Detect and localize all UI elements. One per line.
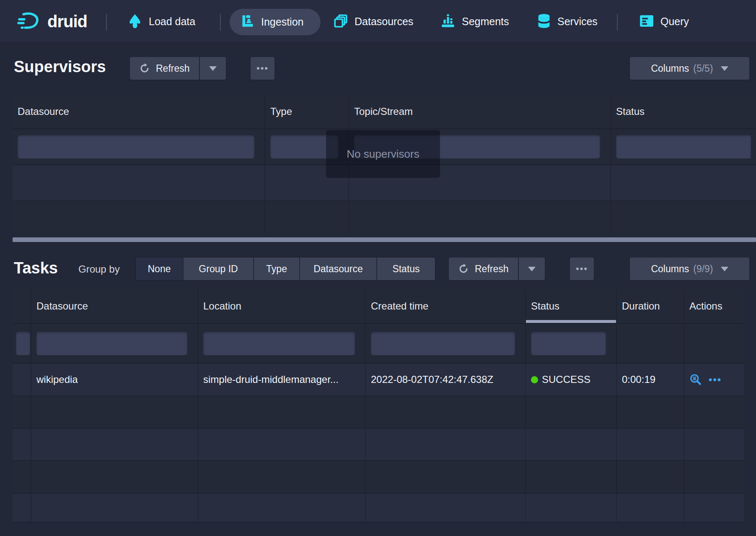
tasks-filter-row	[13, 324, 744, 364]
task-created-time: 2022-08-02T07:42:47.638Z	[371, 374, 493, 385]
task-datasource: wikipedia	[36, 374, 78, 385]
refresh-label: Refresh	[475, 263, 509, 275]
columns-count: (9/9)	[693, 263, 713, 275]
tasks-header-location[interactable]: Location	[198, 289, 366, 323]
table-row-empty	[13, 494, 744, 523]
nav-item-label: Query	[660, 16, 689, 28]
group-by-option-none[interactable]: None	[136, 258, 184, 280]
tasks-header-duration[interactable]: Duration	[617, 289, 684, 323]
top-nav: druid Load data Ingestio	[0, 0, 756, 43]
nav-item-services[interactable]: Services	[537, 0, 598, 43]
task-status: SUCCESS	[542, 374, 590, 385]
more-icon: •••	[576, 263, 588, 274]
tasks-columns-button[interactable]: Columns (9/9)	[630, 258, 749, 280]
supervisors-header-datasource[interactable]: Datasource	[13, 95, 265, 128]
nav-divider	[220, 14, 221, 31]
tasks-filter-status[interactable]	[531, 332, 606, 355]
chevron-down-icon	[721, 267, 728, 271]
tasks-filter-datasource[interactable]	[36, 332, 187, 355]
task-row-more-icon[interactable]: •••	[709, 374, 722, 385]
tasks-filter-created-time[interactable]	[371, 332, 515, 355]
nav-item-label: Services	[557, 16, 598, 28]
druid-console: druid Load data Ingestio	[0, 0, 756, 536]
supervisors-title: Supervisors	[14, 58, 106, 76]
tasks-header-datasource[interactable]: Datasource	[31, 289, 198, 323]
supervisors-refresh-button[interactable]: Refresh	[130, 57, 199, 80]
table-row[interactable]: wikipedia simple-druid-middlemanager... …	[13, 364, 744, 396]
group-by-segmented-control: None Group ID Type Datasource Status	[136, 258, 435, 280]
task-duration: 0:00:19	[622, 374, 655, 385]
supervisors-horizontal-scrollbar[interactable]	[13, 237, 756, 242]
supervisors-filter-datasource[interactable]	[18, 135, 254, 159]
tasks-refresh-button[interactable]: Refresh	[449, 258, 518, 280]
nav-item-ingestion[interactable]: Ingestion	[230, 9, 321, 35]
nav-item-query[interactable]: Query	[639, 0, 689, 43]
services-icon	[537, 13, 551, 31]
chevron-down-icon	[721, 66, 728, 71]
group-by-label: Group by	[78, 263, 120, 275]
supervisors-header-type[interactable]: Type	[265, 95, 349, 128]
datasources-icon	[333, 13, 348, 30]
group-by-option-type[interactable]: Type	[254, 258, 300, 280]
table-row-empty	[13, 461, 744, 494]
table-row-empty	[13, 396, 744, 429]
nav-item-segments[interactable]: Segments	[440, 0, 509, 43]
nav-divider	[617, 14, 618, 31]
nav-divider	[106, 14, 107, 31]
load-data-icon	[127, 13, 142, 30]
supervisors-table: Datasource Type Topic/Stream Status No s…	[13, 95, 756, 233]
druid-logo-text: druid	[47, 12, 87, 31]
sort-indicator	[526, 320, 616, 323]
query-icon	[639, 14, 654, 29]
nav-item-datasources[interactable]: Datasources	[333, 0, 413, 43]
more-icon: •••	[256, 63, 269, 74]
tasks-header-status[interactable]: Status	[526, 289, 617, 323]
columns-count: (5/5)	[693, 63, 713, 74]
refresh-label: Refresh	[156, 63, 190, 74]
group-by-option-group-id[interactable]: Group ID	[184, 258, 254, 280]
columns-label: Columns	[651, 263, 689, 275]
supervisors-header-status[interactable]: Status	[611, 95, 756, 128]
supervisors-refresh-split-button: Refresh	[130, 57, 226, 80]
columns-label: Columns	[651, 63, 689, 74]
nav-item-label: Ingestion	[261, 16, 303, 28]
ingestion-icon	[240, 14, 255, 30]
group-by-option-status[interactable]: Status	[377, 258, 435, 280]
refresh-icon	[458, 263, 469, 274]
supervisors-more-button[interactable]: •••	[251, 57, 274, 80]
tasks-table: Datasource Location Created time Status …	[13, 289, 744, 523]
supervisors-header-topic-stream[interactable]: Topic/Stream	[349, 95, 611, 128]
nav-item-load-data[interactable]: Load data	[127, 0, 195, 43]
refresh-icon	[139, 63, 150, 74]
chevron-down-icon	[209, 66, 217, 71]
tasks-filter-first[interactable]	[16, 332, 30, 355]
tasks-header-row: Datasource Location Created time Status …	[13, 289, 744, 324]
tasks-filter-location[interactable]	[203, 332, 355, 355]
tasks-refresh-caret-button[interactable]	[519, 258, 545, 280]
tasks-refresh-split-button: Refresh	[449, 258, 545, 280]
task-location: simple-druid-middlemanager...	[203, 374, 339, 385]
tasks-more-button[interactable]: •••	[570, 258, 594, 280]
table-row-empty	[13, 429, 744, 461]
druid-logo[interactable]: druid	[17, 0, 87, 43]
nav-item-label: Segments	[462, 16, 509, 28]
group-by-option-datasource[interactable]: Datasource	[300, 258, 377, 280]
task-detail-magnifier-icon[interactable]	[689, 373, 702, 386]
druid-logo-icon	[17, 11, 41, 33]
supervisors-header-row: Datasource Type Topic/Stream Status	[13, 95, 756, 129]
tasks-header-created-time[interactable]: Created time	[366, 289, 526, 323]
supervisors-refresh-caret-button[interactable]	[200, 57, 226, 80]
no-supervisors-message: No supervisors	[347, 148, 419, 161]
supervisors-columns-button[interactable]: Columns (5/5)	[630, 57, 749, 80]
segments-icon	[440, 13, 456, 30]
nav-item-label: Load data	[149, 16, 195, 28]
no-supervisors-overlay: No supervisors	[326, 130, 440, 178]
supervisors-empty-row	[13, 201, 756, 233]
status-success-dot	[531, 376, 538, 383]
tasks-header-actions[interactable]: Actions	[684, 289, 744, 323]
tasks-title: Tasks	[14, 259, 58, 277]
supervisors-filter-status[interactable]	[616, 135, 751, 159]
chevron-down-icon	[528, 267, 536, 271]
nav-item-label: Datasources	[355, 16, 413, 28]
